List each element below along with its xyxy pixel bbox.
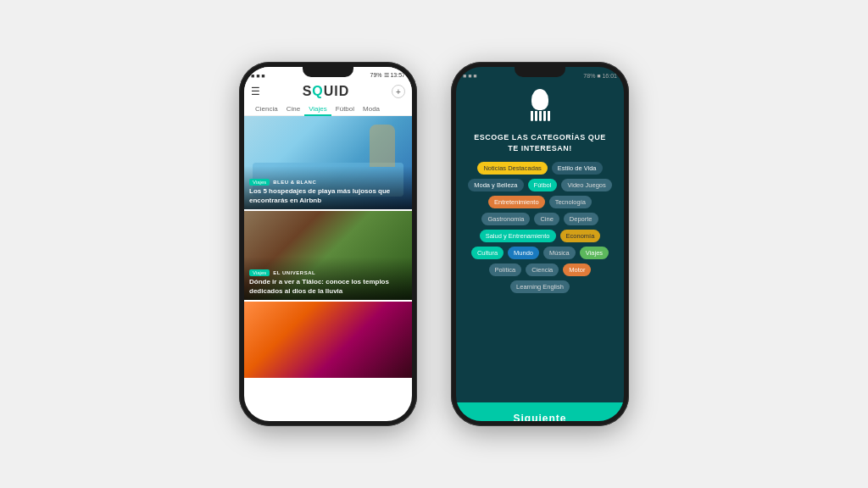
mascot-icon — [527, 89, 553, 127]
article-card-1[interactable]: Viajes BLEU & BLANC Los 5 hospedajes de … — [244, 116, 412, 209]
signal-icons-1: ■ ■ ■ — [251, 73, 265, 79]
categories-title: ESCOGE LAS CATEGORÍAS QUE TE INTERESAN! — [456, 130, 624, 155]
category-tag-2[interactable]: Moda y Belleza — [468, 179, 523, 191]
phone-2: ■ ■ ■ 78% ■ 16:01 ESCOGE LAS CATEGORÍAS … — [451, 62, 629, 426]
menu-icon[interactable]: ☰ — [251, 86, 260, 97]
battery-1: 79% ☰ 13:57 — [370, 72, 405, 79]
category-tag-11[interactable]: Economía — [560, 230, 601, 242]
article-list: Viajes BLEU & BLANC Los 5 hospedajes de … — [244, 116, 412, 380]
category-tag-3[interactable]: Fútbol — [528, 179, 558, 191]
article-card-2[interactable]: Viajes EL UNIVERSAL Dónde ir a ver a Tlá… — [244, 211, 412, 300]
category-tag-6[interactable]: Tecnología — [549, 196, 592, 208]
category-tag-12[interactable]: Cultura — [471, 247, 504, 259]
category-tag-1[interactable]: Estilo de Vida — [552, 162, 603, 175]
category-tag-0[interactable]: Noticias Destacadas — [477, 162, 547, 175]
mascot-tentacles — [527, 111, 553, 121]
squid-logo: SQUID — [303, 84, 350, 99]
article-badge-1: Viajes — [249, 179, 270, 186]
category-tag-7[interactable]: Gastronomia — [481, 213, 530, 225]
article-badge-2: Viajes — [249, 269, 270, 276]
category-tag-13[interactable]: Mundo — [508, 247, 539, 259]
category-tag-10[interactable]: Salud y Entrenamiento — [480, 230, 556, 242]
category-tag-19[interactable]: Learning English — [510, 280, 570, 293]
signal-icons-2: ■ ■ ■ — [463, 73, 477, 79]
category-tag-17[interactable]: Ciencia — [526, 263, 559, 276]
category-tag-4[interactable]: Video Juegos — [561, 179, 611, 191]
article-image-3 — [244, 302, 412, 378]
mascot-head — [531, 89, 548, 110]
add-button[interactable]: + — [392, 85, 405, 98]
category-tag-15[interactable]: Viajes — [580, 247, 609, 259]
article-card-3[interactable] — [244, 302, 412, 378]
article-overlay-1: Viajes BLEU & BLANC Los 5 hospedajes de … — [244, 166, 412, 209]
article-title-2: Dónde ir a ver a Tláloc: conoce los temp… — [249, 278, 407, 296]
app-header-1: ☰ SQUID + — [244, 82, 412, 103]
categories-scroll: Noticias DestacadasEstilo de VidaModa y … — [456, 155, 624, 421]
tab-cine[interactable]: Cine — [282, 103, 304, 115]
article-title-1: Los 5 hospedajes de playa más lujosos qu… — [249, 187, 407, 205]
tab-moda[interactable]: Moda — [359, 103, 384, 115]
notch-1 — [303, 67, 353, 77]
phone-1: ■ ■ ■ 79% ☰ 13:57 ☰ SQUID + Ciencia Cine… — [239, 62, 417, 426]
squid-mascot — [456, 82, 624, 130]
article-source-1: BLEU & BLANC — [273, 180, 316, 185]
notch-2 — [515, 67, 565, 77]
category-tag-9[interactable]: Deporte — [564, 213, 598, 225]
category-tag-14[interactable]: Música — [543, 247, 576, 259]
article-source-2: EL UNIVERSAL — [273, 270, 315, 275]
category-tag-18[interactable]: Motor — [563, 263, 591, 276]
category-tag-8[interactable]: Cine — [534, 213, 559, 225]
article-overlay-2: Viajes EL UNIVERSAL Dónde ir a ver a Tlá… — [244, 257, 412, 300]
tab-futbol[interactable]: Fútbol — [331, 103, 359, 115]
category-tag-5[interactable]: Entretenimiento — [488, 196, 545, 208]
categories-grid: Noticias DestacadasEstilo de VidaModa y … — [456, 155, 624, 300]
battery-2: 78% ■ 16:01 — [583, 73, 617, 79]
siguiente-button[interactable]: Siguiente — [456, 402, 624, 421]
tab-viajes[interactable]: Viajes — [304, 103, 331, 115]
nav-tabs: Ciencia Cine Viajes Fútbol Moda — [244, 103, 412, 116]
category-tag-16[interactable]: Política — [489, 263, 522, 276]
tab-ciencia[interactable]: Ciencia — [251, 103, 282, 115]
